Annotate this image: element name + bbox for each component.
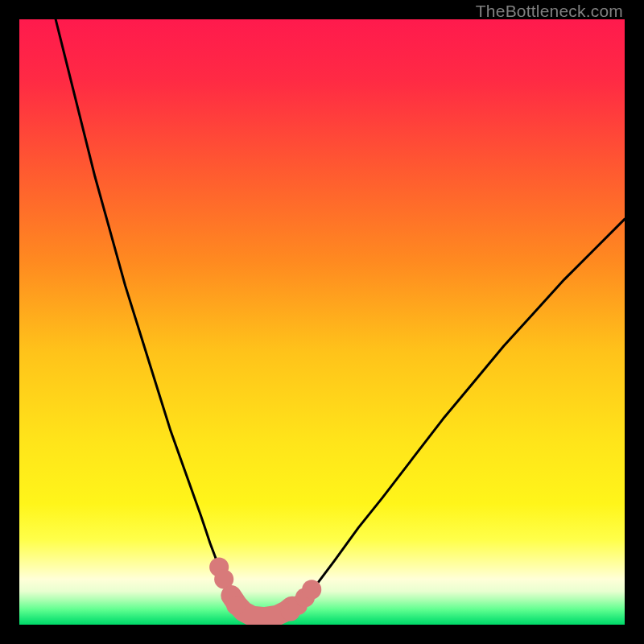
- chart-background: [19, 19, 625, 625]
- chart-frame: [19, 19, 625, 625]
- highlight-dot: [226, 596, 246, 615]
- watermark-text: TheBottleneck.com: [476, 2, 623, 21]
- highlight-dot: [302, 580, 321, 599]
- bottleneck-chart: [19, 19, 625, 625]
